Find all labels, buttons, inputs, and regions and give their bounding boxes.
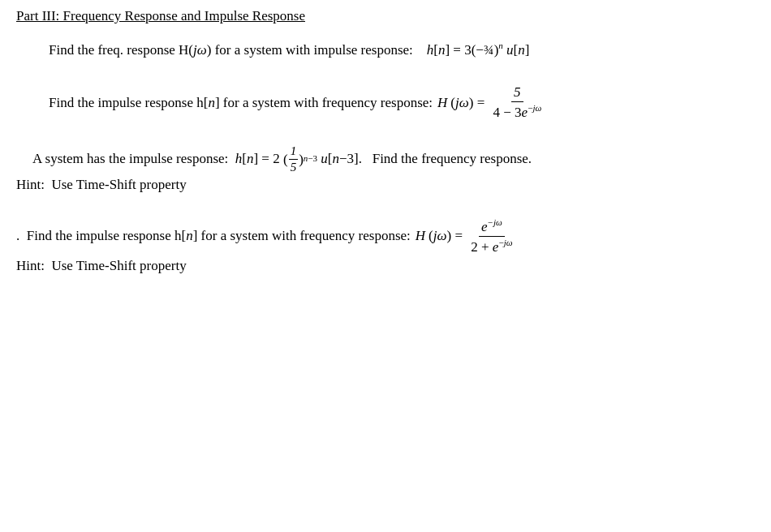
problem-4-block: . Find the impulse response h[n] for a s… <box>16 217 755 274</box>
problem-1-text: Find the freq. response H(jω) for a syst… <box>49 39 529 61</box>
problem-3-block: A system has the impulse response: h[n] … <box>16 144 755 193</box>
problem-3-hint: Hint: Use Time-Shift property <box>16 177 755 193</box>
problem-2-line: Find the impulse response h[n] for a sys… <box>49 85 755 120</box>
page: Part III: Frequency Response and Impulse… <box>0 0 771 532</box>
problem-2-equation: H(jω) = 5 4 − 3e−jω <box>437 85 546 120</box>
problem-1-line: Find the freq. response H(jω) for a syst… <box>49 39 755 61</box>
fraction-1-denominator: 4 − 3e−jω <box>491 102 545 120</box>
fraction-1: 5 4 − 3e−jω <box>491 85 545 120</box>
problem-2-text: Find the impulse response h[n] for a sys… <box>49 92 433 114</box>
fraction-2-numerator: e−jω <box>479 217 505 236</box>
problem-4-text: . Find the impulse response h[n] for a s… <box>16 225 411 247</box>
problem-4-hint: Hint: Use Time-Shift property <box>16 258 755 274</box>
problem-4-equation: H(jω) = e−jω 2 + e−jω <box>416 217 518 255</box>
problem-4-line: . Find the impulse response h[n] for a s… <box>16 217 755 255</box>
problem-2-block: Find the impulse response h[n] for a sys… <box>16 85 755 120</box>
problem-3-line1: A system has the impulse response: h[n] … <box>16 144 755 174</box>
page-title: Part III: Frequency Response and Impulse… <box>16 8 755 24</box>
fraction-2: e−jω 2 + e−jω <box>468 217 515 255</box>
problem-1-block: Find the freq. response H(jω) for a syst… <box>16 39 755 61</box>
fraction-2-denominator: 2 + e−jω <box>468 237 515 255</box>
fraction-1-numerator: 5 <box>511 85 523 102</box>
problem-3-text: A system has the impulse response: h[n] … <box>16 144 532 174</box>
